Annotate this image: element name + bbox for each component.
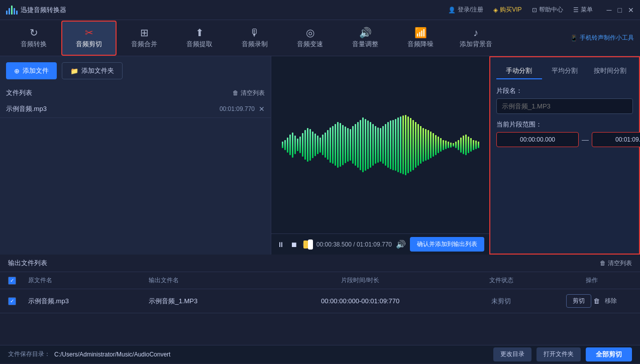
row-checkbox[interactable]: ✓: [8, 297, 16, 305]
waveform-bar: [319, 138, 321, 153]
ringtone-tool-button[interactable]: 📱 手机铃声制作小工具: [570, 34, 634, 42]
waveform-bar: [342, 125, 344, 165]
waveform-bar: [297, 139, 298, 151]
action-bar: ⊕ 添加文件 📁 添加文件夹: [0, 56, 271, 85]
open-folder-button[interactable]: 打开文件夹: [537, 347, 581, 361]
waveform-bar: [448, 142, 449, 148]
waveform-bar: [433, 133, 434, 157]
output-table-header: ✓ 原文件名 输出文件名 片段时间/时长 文件状态 操作: [0, 272, 640, 289]
nav-item-merge[interactable]: ⊞ 音频合并: [117, 21, 172, 56]
nav-item-bg[interactable]: ♪ 添加背景音: [448, 21, 503, 56]
cut-icon: ✂: [85, 28, 93, 38]
waveform-bar: [292, 133, 293, 158]
row-check[interactable]: ✓: [8, 297, 28, 305]
select-all-checkbox[interactable]: ✓: [8, 277, 16, 285]
range-end-input[interactable]: [592, 132, 640, 147]
clear-file-list-button[interactable]: 🗑 清空列表: [233, 89, 265, 97]
waveform-bar: [417, 124, 419, 166]
waveform-bar: [478, 142, 479, 148]
convert-icon: ↻: [30, 28, 38, 38]
col-header-check: ✓: [8, 277, 28, 285]
waveform-bar: [327, 130, 329, 159]
cut-button[interactable]: 剪切: [566, 294, 591, 308]
app-title: 迅捷音频转换器: [21, 6, 66, 15]
waveform-bar: [430, 132, 432, 158]
nav-label-extract: 音频提取: [186, 40, 212, 49]
waveform-bar: [445, 141, 447, 149]
stop-button[interactable]: ⏹: [289, 239, 298, 250]
help-button[interactable]: ⊡ 帮助中心: [532, 6, 563, 14]
waveform-bar: [345, 127, 346, 163]
tab-average[interactable]: 平均分割: [542, 63, 588, 79]
status-bar: 文件保存目录： C:/Users/Administrator/Music/Aud…: [0, 345, 640, 363]
current-time: 00:00:38.500 / 01:01:09.770: [316, 241, 392, 248]
waveform-bar: [470, 138, 472, 152]
title-bar: 迅捷音频转换器 👤 登录/注册 ◈ 购买VIP ⊡ 帮助中心 ☰ 菜单 ─ □ …: [0, 0, 640, 20]
waveform-bar: [299, 137, 301, 153]
waveform-bar: [458, 140, 459, 150]
waveform-bar: [367, 120, 369, 169]
waveform-bar: [460, 138, 462, 153]
nav-label-denoise: 音频降噪: [407, 40, 434, 49]
nav-item-convert[interactable]: ↻ 音频转换: [6, 21, 61, 56]
speed-icon: ◎: [306, 28, 314, 38]
waveform-bar: [317, 136, 318, 154]
nav-item-speed[interactable]: ◎ 音频变速: [282, 21, 338, 56]
cut-all-button[interactable]: 全部剪切: [586, 347, 632, 361]
timeline-cursor[interactable]: [308, 239, 313, 250]
row-status: 未剪切: [451, 297, 551, 306]
waveform-bar: [415, 122, 416, 168]
waveform-bar: [438, 137, 439, 153]
segment-name-input[interactable]: [496, 98, 633, 114]
range-start-input[interactable]: [496, 132, 579, 147]
file-duration: 00:01:09.770: [220, 105, 255, 112]
pause-button[interactable]: ⏸: [276, 239, 285, 250]
nav-item-volume[interactable]: 🔊 音量调整: [338, 21, 393, 56]
clear-output-button[interactable]: 🗑 清空列表: [600, 259, 632, 268]
tab-time[interactable]: 按时间分割: [587, 63, 633, 79]
file-list-item: 示例音频.mp3 00:01:09.770 ✕: [0, 100, 271, 118]
delete-button[interactable]: 移除: [605, 297, 617, 305]
login-button[interactable]: 👤 登录/注册: [448, 6, 483, 14]
waveform-area[interactable]: [271, 56, 489, 233]
minimize-button[interactable]: ─: [607, 6, 612, 14]
row-src: 示例音频.mp3: [28, 297, 149, 306]
file-name: 示例音频.mp3: [6, 104, 220, 113]
confirm-add-button[interactable]: 确认并添加到输出列表: [410, 237, 484, 252]
volume-icon[interactable]: 🔊: [396, 239, 406, 249]
output-title: 输出文件列表: [8, 259, 47, 268]
waveform-bar: [455, 142, 457, 148]
restore-button[interactable]: □: [618, 6, 622, 14]
waveform-bar: [372, 124, 374, 166]
plus-icon: ⊕: [14, 67, 20, 75]
status-label: 文件保存目录：: [8, 350, 50, 358]
tab-manual[interactable]: 手动分割: [496, 63, 542, 79]
denoise-icon: 📶: [414, 28, 427, 38]
waveform-bar: [357, 122, 359, 168]
waveform-bar: [322, 135, 324, 156]
waveform-bar: [302, 133, 303, 157]
nav-item-extract[interactable]: ⬆ 音频提取: [172, 21, 227, 56]
file-list-title: 文件列表: [6, 88, 32, 97]
trash-icon: 🗑: [233, 89, 239, 96]
add-folder-button[interactable]: 📁 添加文件夹: [62, 62, 123, 79]
remove-file-button[interactable]: ✕: [259, 105, 265, 113]
nav-item-denoise[interactable]: 📶 音频降噪: [393, 21, 448, 56]
change-dir-button[interactable]: 更改目录: [493, 347, 531, 361]
nav-item-cut[interactable]: ✂ 音频剪切: [61, 21, 117, 56]
timeline-track[interactable]: [302, 241, 312, 248]
waveform-bar: [304, 130, 306, 159]
waveform-bar: [307, 128, 308, 162]
row-out: 示例音频_1.MP3: [149, 297, 269, 306]
nav-label-record: 音频录制: [242, 40, 268, 49]
merge-icon: ⊞: [140, 28, 149, 38]
waveform-bar: [282, 142, 283, 148]
buy-vip-button[interactable]: ◈ 购买VIP: [493, 6, 521, 14]
add-file-button[interactable]: ⊕ 添加文件: [6, 62, 57, 79]
user-icon: 👤: [448, 7, 456, 14]
nav-item-record[interactable]: 🎙 音频录制: [227, 21, 282, 56]
waveform-bar: [337, 122, 339, 168]
close-button[interactable]: ✕: [628, 6, 634, 14]
waveform-bar: [332, 126, 334, 164]
menu-button[interactable]: ☰ 菜单: [573, 6, 593, 14]
